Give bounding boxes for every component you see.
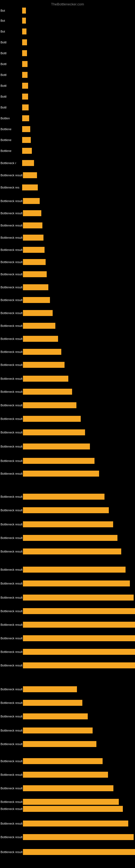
bar <box>23 494 104 500</box>
bar <box>23 271 47 277</box>
bar <box>23 507 109 513</box>
bar-label: Bottleneck result <box>0 550 22 553</box>
bar-row: Bottleneck result <box>0 595 134 600</box>
bar-label: Bottleneck result <box>0 715 22 718</box>
bar-row: Bottleneck result <box>0 389 72 395</box>
bar-row: Bottl <box>0 72 28 78</box>
bar <box>23 820 128 827</box>
bar-row: Bottleneck result <box>0 785 114 791</box>
bar <box>23 247 45 253</box>
bar-row: Bottleneck result <box>0 271 47 277</box>
bar <box>23 595 134 600</box>
bar-row: Bottleneck result <box>0 662 135 669</box>
bar-label: Bottleneck result <box>0 212 22 215</box>
bar-label: Bottleneck result <box>0 536 22 539</box>
bar-label: Bottleneck result <box>0 224 22 227</box>
bar-row: Bottleneck result <box>0 758 103 764</box>
bar-label: Bottleneck result <box>0 273 22 276</box>
bar-row: Bottleneck result <box>0 458 94 464</box>
bar <box>23 521 113 527</box>
bar <box>23 429 85 435</box>
bar-row: Bottleneck result <box>0 834 134 840</box>
bar-label: Bottleneck result <box>0 822 22 825</box>
bar-label: Bottleneck result <box>0 835 22 839</box>
bar <box>22 115 29 121</box>
bar <box>22 160 34 166</box>
bar-row: Bottlene <box>0 148 32 154</box>
bar-label: Bottleneck result <box>0 350 22 353</box>
bar-label: Bottleneck result <box>0 174 22 177</box>
bar-label: Bottleneck result <box>0 404 22 407</box>
bar-row: Bottleneck result <box>0 806 123 812</box>
bar <box>23 389 72 395</box>
bar <box>23 535 118 541</box>
bar-label: Bottleneck result <box>0 431 22 434</box>
bar-row: Bottleneck result <box>0 376 68 382</box>
bar <box>23 362 64 368</box>
bar-label: Bottl <box>0 106 21 109</box>
bar-label: Bottleneck result <box>0 390 22 393</box>
bar <box>23 172 37 178</box>
bar <box>23 458 94 464</box>
bar <box>23 649 135 655</box>
bar-row: Bottleneck result <box>0 259 46 265</box>
bar <box>23 806 123 812</box>
bar <box>23 713 88 719</box>
bar-label: Bottleneck result <box>0 377 22 380</box>
bar-row: Bottleneck result <box>0 310 53 316</box>
bar-row: Bottlene <box>0 137 31 143</box>
bar-row: Bottleneck result <box>0 608 135 614</box>
bar-row: Bottleneck result <box>0 849 135 855</box>
bar-row: Bottleneck result <box>0 172 37 178</box>
bar-label: Bot <box>0 9 21 12</box>
bar-label: Bottleneck result <box>0 568 22 571</box>
bar-label: Bottleneck result <box>0 742 22 746</box>
bar <box>22 29 27 34</box>
bar-label: Bottleneck result <box>0 650 22 653</box>
bar-label: Bottleneck result <box>0 311 22 315</box>
bar <box>22 148 32 154</box>
bar-row: Bottl <box>0 83 28 89</box>
bar-label: Bot <box>0 19 21 22</box>
bar-row: Bottleneck result <box>0 323 55 329</box>
bar <box>23 198 40 204</box>
bar <box>22 104 29 111</box>
bar-label: Bottleneck result <box>0 472 22 475</box>
bar-row: Bot <box>0 8 26 13</box>
bar <box>22 50 27 56</box>
bar-row: Bottl <box>0 39 27 45</box>
bar <box>23 686 77 692</box>
bar-label: Bottl <box>0 84 21 87</box>
bar-label: Bottleneck result <box>0 324 22 328</box>
bar-row: Bottleneck result <box>0 198 40 204</box>
bar-label: Bottleneck result <box>0 688 22 691</box>
bar-row: Bottleneck res <box>0 184 38 190</box>
bar-label: Bottleneck result <box>0 445 22 448</box>
bar-label: Bottleneck result <box>0 610 22 613</box>
bar <box>23 284 48 290</box>
bar-row: Bottleneck result <box>0 567 126 572</box>
bar <box>22 94 28 99</box>
bar-label: Bot <box>0 30 21 33</box>
bar-label: Bottl <box>0 41 21 44</box>
bar-row: Bottleneck result <box>0 443 90 450</box>
bar <box>22 8 26 13</box>
bar-label: Bottleneck result <box>0 508 22 512</box>
bar <box>23 259 46 265</box>
bar <box>23 402 77 408</box>
bar <box>23 622 135 628</box>
bar-row: Bottlene <box>0 126 30 132</box>
bar-row: Bottleneck result <box>0 820 128 827</box>
bar-row: Bottleneck result <box>0 507 109 513</box>
bar <box>23 662 135 669</box>
bar-label: Bottl <box>0 95 21 98</box>
bar-row: Bottleneck result <box>0 349 61 355</box>
bar-label: Bottleneck result <box>0 786 22 790</box>
bar-label: Bottleneck result <box>0 495 22 498</box>
bar <box>23 700 82 706</box>
bar-row: Bottleneck result <box>0 210 41 216</box>
bar-label: Bottlene <box>0 127 21 131</box>
bar <box>23 297 50 303</box>
bar-row: Bottleneck result <box>0 429 85 435</box>
bar-label: Bottleneck result <box>0 523 22 526</box>
